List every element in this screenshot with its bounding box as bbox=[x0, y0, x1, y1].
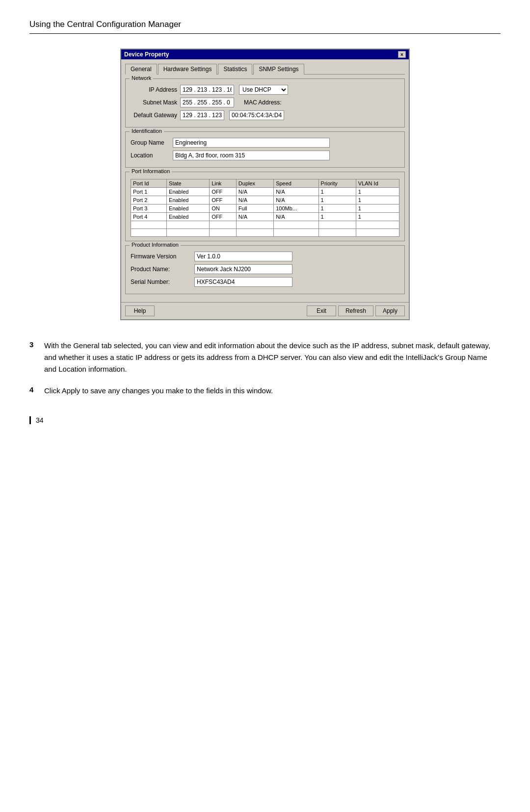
table-row-empty bbox=[131, 229, 399, 237]
port1-speed: N/A bbox=[274, 188, 318, 196]
identification-section: Identification Group Name Location bbox=[125, 131, 405, 168]
mac-value: 00:04:75:C4:3A:D4 bbox=[229, 110, 284, 120]
port3-state: Enabled bbox=[167, 204, 210, 213]
port4-duplex: N/A bbox=[236, 213, 273, 221]
help-button[interactable]: Help bbox=[125, 305, 155, 316]
port1-link: OFF bbox=[210, 188, 237, 196]
location-label: Location bbox=[131, 152, 170, 159]
page-title: Using the Central Configuration Manager bbox=[29, 20, 181, 29]
table-row: Port 3 Enabled ON Full 100Mb... 1 1 bbox=[131, 204, 399, 213]
dialog-titlebar: Device Property × bbox=[121, 50, 409, 59]
location-input[interactable] bbox=[173, 151, 330, 160]
port2-duplex: N/A bbox=[236, 196, 273, 204]
firmware-label: Firmware Version bbox=[131, 253, 194, 260]
group-name-input[interactable] bbox=[173, 138, 330, 148]
tab-statistics[interactable]: Statistics bbox=[218, 64, 252, 75]
col-vlan-id: VLAN Id bbox=[356, 179, 399, 188]
mac-row: MAC Address: bbox=[239, 99, 284, 106]
subnet-mask-row: Subnet Mask MAC Address: bbox=[131, 98, 399, 107]
col-port-id: Port Id bbox=[131, 179, 167, 188]
ip-address-input[interactable] bbox=[180, 85, 234, 95]
mac-address-label: MAC Address: bbox=[244, 99, 282, 106]
port3-duplex: Full bbox=[236, 204, 273, 213]
refresh-button[interactable]: Refresh bbox=[338, 305, 373, 316]
dialog-body: General Hardware Settings Statistics SNM… bbox=[121, 59, 409, 302]
ip-address-label: IP Address bbox=[131, 86, 177, 93]
port-table: Port Id State Link Duplex Speed Priority… bbox=[131, 179, 399, 237]
product-information-section: Product Information Firmware Version Ver… bbox=[125, 245, 405, 294]
port4-priority: 1 bbox=[318, 213, 356, 221]
table-row: Port 4 Enabled OFF N/A N/A 1 1 bbox=[131, 213, 399, 221]
item-3-text: With the General tab selected, you can v… bbox=[44, 340, 501, 375]
port1-priority: 1 bbox=[318, 188, 356, 196]
port-information-section: Port Information Port Id State Link Dupl… bbox=[125, 172, 405, 241]
port4-vlan: 1 bbox=[356, 213, 399, 221]
firmware-row: Firmware Version Ver 1.0.0 bbox=[131, 252, 399, 261]
port1-id: Port 1 bbox=[131, 188, 167, 196]
port4-speed: N/A bbox=[274, 213, 318, 221]
numbered-item-3: 3 With the General tab selected, you can… bbox=[29, 340, 501, 375]
port2-speed: N/A bbox=[274, 196, 318, 204]
apply-button[interactable]: Apply bbox=[375, 305, 405, 316]
item-4-number: 4 bbox=[29, 385, 44, 394]
dialog-title: Device Property bbox=[124, 51, 169, 58]
device-property-dialog: Device Property × General Hardware Setti… bbox=[120, 49, 410, 320]
item-4-text: Click Apply to save any changes you make… bbox=[44, 385, 273, 397]
dhcp-row: Use DHCP bbox=[239, 85, 288, 95]
tab-general[interactable]: General bbox=[125, 64, 157, 75]
ip-address-row: IP Address Use DHCP bbox=[131, 85, 399, 95]
item-3-number: 3 bbox=[29, 340, 44, 349]
group-name-row: Group Name bbox=[131, 138, 399, 148]
tab-hardware-settings[interactable]: Hardware Settings bbox=[158, 64, 217, 75]
port3-id: Port 3 bbox=[131, 204, 167, 213]
port2-priority: 1 bbox=[318, 196, 356, 204]
port2-vlan: 1 bbox=[356, 196, 399, 204]
port3-link: ON bbox=[210, 204, 237, 213]
port1-state: Enabled bbox=[167, 188, 210, 196]
network-section: Network IP Address Use DHCP bbox=[125, 78, 405, 127]
content-section: 3 With the General tab selected, you can… bbox=[29, 340, 501, 397]
dhcp-select[interactable]: Use DHCP bbox=[239, 85, 288, 95]
tab-snmp-settings[interactable]: SNMP Settings bbox=[253, 64, 304, 75]
port3-priority: 1 bbox=[318, 204, 356, 213]
col-link: Link bbox=[210, 179, 237, 188]
gateway-input[interactable] bbox=[180, 110, 224, 120]
port2-id: Port 2 bbox=[131, 196, 167, 204]
footer-right-buttons: Exit Refresh Apply bbox=[307, 305, 405, 316]
port4-link: OFF bbox=[210, 213, 237, 221]
port1-vlan: 1 bbox=[356, 188, 399, 196]
port3-vlan: 1 bbox=[356, 204, 399, 213]
port2-state: Enabled bbox=[167, 196, 210, 204]
group-name-label: Group Name bbox=[131, 139, 170, 146]
identification-legend: Identification bbox=[130, 128, 164, 134]
exit-button[interactable]: Exit bbox=[307, 305, 336, 316]
firmware-value: Ver 1.0.0 bbox=[194, 252, 292, 261]
network-legend: Network bbox=[130, 75, 153, 81]
product-name-row: Product Name: Network Jack NJ200 bbox=[131, 264, 399, 274]
serial-number-value: HXFSC43AD4 bbox=[194, 277, 292, 287]
product-name-value: Network Jack NJ200 bbox=[194, 264, 292, 274]
subnet-mask-label: Subnet Mask bbox=[131, 99, 177, 106]
col-duplex: Duplex bbox=[236, 179, 273, 188]
numbered-item-4: 4 Click Apply to save any changes you ma… bbox=[29, 385, 501, 397]
dialog-close-button[interactable]: × bbox=[398, 51, 406, 58]
product-information-legend: Product Information bbox=[130, 242, 181, 248]
product-name-label: Product Name: bbox=[131, 266, 194, 273]
location-row: Location bbox=[131, 151, 399, 160]
port3-speed: 100Mb... bbox=[274, 204, 318, 213]
port4-state: Enabled bbox=[167, 213, 210, 221]
serial-number-label: Serial Number: bbox=[131, 279, 194, 285]
subnet-mask-input[interactable] bbox=[180, 98, 234, 107]
page-number: 34 bbox=[36, 416, 44, 424]
port4-id: Port 4 bbox=[131, 213, 167, 221]
table-row: Port 1 Enabled OFF N/A N/A 1 1 bbox=[131, 188, 399, 196]
gateway-row: Default Gateway 00:04:75:C4:3A:D4 bbox=[131, 110, 399, 120]
page-header: Using the Central Configuration Manager bbox=[29, 20, 501, 34]
tab-bar: General Hardware Settings Statistics SNM… bbox=[125, 63, 405, 75]
port2-link: OFF bbox=[210, 196, 237, 204]
gateway-label: Default Gateway bbox=[131, 112, 177, 119]
table-row: Port 2 Enabled OFF N/A N/A 1 1 bbox=[131, 196, 399, 204]
serial-number-row: Serial Number: HXFSC43AD4 bbox=[131, 277, 399, 287]
page-footer: 34 bbox=[29, 416, 501, 424]
table-row-empty bbox=[131, 221, 399, 229]
